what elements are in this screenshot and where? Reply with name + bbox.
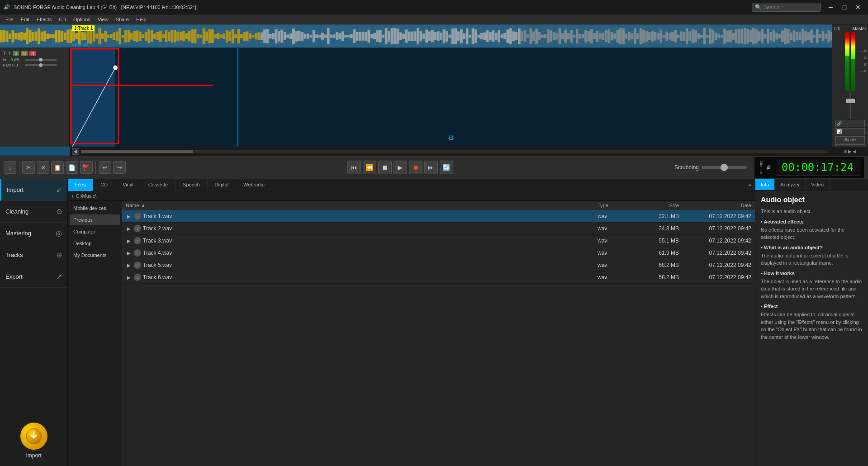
goto-start-button[interactable]: ⏮ xyxy=(347,161,361,174)
sidebar-item-import[interactable]: Import ↙ xyxy=(0,179,67,201)
zoom-out-button[interactable]: ◀ xyxy=(853,149,856,154)
menu-file[interactable]: File xyxy=(2,16,17,23)
master-fader[interactable] xyxy=(846,92,855,119)
tab-cassette[interactable]: Cassette xyxy=(141,179,175,191)
svg-rect-284 xyxy=(819,34,821,38)
sidebar-item-cleaning[interactable]: Cleaning ⊙ xyxy=(0,201,67,223)
menu-help[interactable]: Help xyxy=(133,16,150,23)
tool-dropdown-button[interactable]: ↓ xyxy=(4,161,16,174)
play-track2-button[interactable]: ▶ xyxy=(126,225,132,232)
record-arm-button[interactable]: R xyxy=(29,51,36,56)
tab-files[interactable]: Files xyxy=(68,179,93,191)
ripple-button[interactable]: Ripple xyxy=(835,136,865,143)
close-button[interactable]: ✕ xyxy=(852,1,864,14)
marker-tool-button[interactable]: 🚩 xyxy=(80,161,93,174)
record-button[interactable]: ⏺ xyxy=(409,161,422,174)
rewind-button[interactable]: ⏪ xyxy=(363,161,376,174)
scrubbing-label: Scrubbing xyxy=(674,164,699,171)
sidebar-item-export[interactable]: Export ↗ xyxy=(0,266,67,288)
sidebar-item-tracks[interactable]: Tracks ⊕ xyxy=(0,244,67,266)
zoom-in-button[interactable]: ▶ xyxy=(848,149,852,154)
col-date-header[interactable]: Date xyxy=(679,203,751,208)
redo-button[interactable]: ↪ xyxy=(113,161,126,174)
play-track3-button[interactable]: ▶ xyxy=(126,238,132,244)
loop-button[interactable]: 🔄 xyxy=(440,161,453,174)
svg-rect-241 xyxy=(694,30,697,43)
tab-speech[interactable]: Speech xyxy=(175,179,207,191)
col-size-header[interactable]: Size xyxy=(634,203,679,208)
file-row-2[interactable]: ▶ ♪ Track 2.wav wav 34.8 MB 07.12.2022 0… xyxy=(122,223,755,235)
tab-vinyl[interactable]: Vinyl xyxy=(115,179,141,191)
nav-mobile-devices[interactable]: Mobile devices xyxy=(70,203,120,214)
menu-edit[interactable]: Edit xyxy=(17,16,33,23)
menu-effects[interactable]: Effects xyxy=(33,16,55,23)
pan-slider[interactable] xyxy=(25,64,57,66)
maximize-button[interactable]: □ xyxy=(838,1,851,14)
tab-analyzer[interactable]: Analyzer xyxy=(775,179,806,190)
spectrum-button[interactable]: 📊 xyxy=(835,128,865,135)
play-track6-button[interactable]: ▶ xyxy=(126,274,132,281)
nav-my-documents[interactable]: My Documents xyxy=(70,250,120,261)
solo-button[interactable]: S xyxy=(13,51,19,56)
tab-digital[interactable]: Digital xyxy=(208,179,237,191)
file-row-4[interactable]: ▶ ♪ Track 4.wav wav 61.9 MB 07.12.2022 0… xyxy=(122,247,755,259)
import-label: Import xyxy=(26,452,41,459)
scroll-left-button[interactable]: ◀ xyxy=(72,148,79,155)
search-box[interactable]: 🔍 xyxy=(752,3,821,12)
tab-webradio[interactable]: Webradio xyxy=(236,179,272,191)
import-button-large[interactable]: Import xyxy=(0,415,67,466)
sidebar-label-export: Export xyxy=(5,273,23,280)
undo-button[interactable]: ↩ xyxy=(99,161,111,174)
play-button[interactable]: ▶ xyxy=(394,161,407,174)
scrubbing-slider[interactable] xyxy=(702,166,747,169)
waveform-overview[interactable]: 1:Track 1 00:00:00 xyxy=(0,24,868,48)
play-track5-button[interactable]: ▶ xyxy=(126,262,132,268)
file-row-3[interactable]: ▶ ♪ Track 3.wav wav 55.1 MB 07.12.2022 0… xyxy=(122,235,755,247)
scroll-track[interactable] xyxy=(81,150,828,153)
tabs-more-button[interactable]: » xyxy=(745,179,755,191)
link-button[interactable]: 🔗 xyxy=(835,120,865,127)
menu-cd[interactable]: CD xyxy=(55,16,70,23)
minimize-button[interactable]: ─ xyxy=(825,1,837,14)
play-track4-button[interactable]: ▶ xyxy=(126,250,132,256)
file-icon-4: ♪ xyxy=(134,249,141,257)
gear-icon[interactable]: ⚙ xyxy=(448,133,454,142)
tab-video[interactable]: Video xyxy=(806,179,830,190)
path-up-icon[interactable]: ↑ xyxy=(71,193,74,199)
nav-desktop[interactable]: Desktop xyxy=(70,238,120,249)
col-type-header[interactable]: Type xyxy=(598,203,634,208)
tab-info[interactable]: Info xyxy=(755,179,775,190)
menu-share[interactable]: Share xyxy=(112,16,133,23)
file-type-4: wav xyxy=(598,250,634,256)
play-track1-button[interactable]: ▶ xyxy=(126,213,132,219)
file-row-5[interactable]: ▶ ♪ Track 5.wav wav 68.2 MB 07.12.2022 0… xyxy=(122,259,755,271)
search-input[interactable] xyxy=(764,5,818,10)
menu-view[interactable]: View xyxy=(94,16,112,23)
col-name-header[interactable]: Name ▲ xyxy=(126,203,598,208)
volume-slider[interactable] xyxy=(25,59,57,61)
nav-computer[interactable]: Computer xyxy=(70,226,120,237)
waveform-display[interactable]: ⚙ xyxy=(70,48,832,147)
file-row-6[interactable]: ▶ ♪ Track 6.wav wav 58.2 MB 07.12.2022 0… xyxy=(122,271,755,284)
tab-cd[interactable]: CD xyxy=(93,179,115,191)
nav-previous[interactable]: Previous xyxy=(70,214,120,225)
file-row-1[interactable]: ▶ ♪ Track 1.wav wav 32.1 MB 07.12.2022 0… xyxy=(122,210,755,223)
zoom-fit-button[interactable]: ⊞ xyxy=(844,149,847,154)
menu-options[interactable]: Options xyxy=(70,16,94,23)
goto-end-button[interactable]: ⏭ xyxy=(424,161,438,174)
waveform-scrollbar[interactable]: ◀ xyxy=(70,147,832,156)
svg-rect-166 xyxy=(477,35,480,38)
svg-rect-55 xyxy=(156,32,159,40)
delete-tool-button[interactable]: ✕ xyxy=(37,161,49,174)
file-date-3: 07.12.2022 09:42 xyxy=(679,238,751,244)
paste-tool-button[interactable]: 📄 xyxy=(66,161,78,174)
mute-button[interactable]: M xyxy=(21,51,28,56)
copy-tool-button[interactable]: 📋 xyxy=(51,161,64,174)
sidebar-item-mastering[interactable]: Mastering ◎ xyxy=(0,223,67,244)
svg-rect-230 xyxy=(663,35,665,38)
scroll-thumb[interactable] xyxy=(81,150,193,153)
svg-rect-144 xyxy=(414,31,417,41)
stop-button[interactable]: ⏹ xyxy=(378,161,392,174)
cut-tool-button[interactable]: ✂ xyxy=(22,161,35,174)
svg-rect-133 xyxy=(382,35,384,38)
